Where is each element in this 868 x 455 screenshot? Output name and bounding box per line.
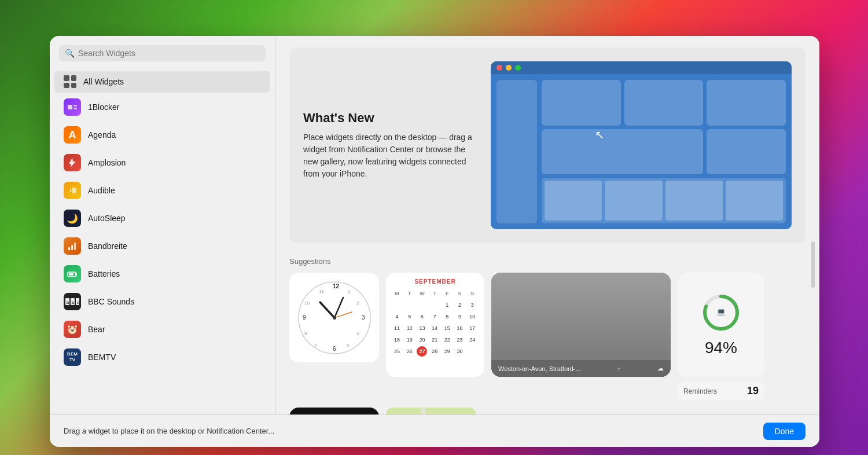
cal-day: 29 bbox=[442, 346, 453, 357]
calendar-widget[interactable]: SEPTEMBER M T W T F S S bbox=[386, 273, 484, 377]
cal-day: 19 bbox=[404, 335, 415, 345]
pwsub1 bbox=[545, 181, 602, 221]
cal-day: 17 bbox=[467, 323, 477, 333]
sidebar-label-agenda: Agenda bbox=[88, 130, 116, 140]
pw2 bbox=[624, 80, 704, 126]
search-input[interactable] bbox=[78, 49, 260, 58]
status-widgets-column: 💻 94% Reminders 19 bbox=[678, 273, 764, 401]
preview-window bbox=[491, 61, 792, 229]
sidebar-item-autosleep[interactable]: 🌙 AutoSleep bbox=[54, 205, 270, 232]
cal-day bbox=[392, 300, 402, 310]
search-container: 🔍 bbox=[50, 36, 275, 68]
pw6 bbox=[542, 178, 786, 223]
grid-cell bbox=[71, 83, 77, 89]
cal-header-S2: S bbox=[467, 288, 477, 299]
svg-text:B: B bbox=[67, 301, 69, 304]
weather-location-bar: Weston-on-Avon, Stratford-... ↑ ☁ bbox=[491, 360, 671, 377]
bandbreite-icon bbox=[64, 237, 81, 255]
cal-day: 11 bbox=[392, 323, 402, 333]
sidebar-item-bear[interactable]: Bear bbox=[54, 316, 270, 343]
svg-text:💻: 💻 bbox=[716, 307, 726, 317]
whats-new-title: What's New bbox=[303, 111, 472, 126]
sidebar-item-bbc[interactable]: B B C BBC Sounds bbox=[54, 288, 270, 315]
cal-day: 9 bbox=[455, 311, 465, 322]
search-box[interactable]: 🔍 bbox=[59, 45, 266, 61]
reminders-label: Reminders bbox=[683, 387, 717, 395]
cal-day: 28 bbox=[429, 346, 440, 357]
sidebar-item-audible[interactable]: Audible bbox=[54, 177, 270, 204]
svg-rect-5 bbox=[71, 245, 73, 250]
svg-text:2: 2 bbox=[356, 300, 359, 306]
clock-widget[interactable]: 12 3 6 9 11 1 2 4 5 7 8 10 bbox=[289, 273, 379, 362]
sidebar-label-autosleep: AutoSleep bbox=[88, 214, 126, 223]
svg-text:4: 4 bbox=[356, 331, 359, 336]
sidebar: 🔍 All Widgets bbox=[50, 36, 275, 414]
svg-text:6: 6 bbox=[333, 346, 336, 352]
weather-widget[interactable]: Weston-on-Avon, Stratford-... ↑ ☁ bbox=[491, 273, 671, 377]
sidebar-label-1blocker: 1Blocker bbox=[88, 102, 119, 112]
audible-icon bbox=[64, 182, 81, 199]
svg-rect-9 bbox=[69, 273, 73, 276]
pw4 bbox=[542, 129, 703, 175]
whats-new-card: What's New Place widgets directly on the… bbox=[289, 47, 806, 243]
pwsub4 bbox=[726, 181, 783, 221]
svg-rect-0 bbox=[68, 105, 72, 109]
reminders-widget[interactable]: Reminders 19 bbox=[678, 381, 764, 401]
svg-point-41 bbox=[333, 316, 336, 320]
cal-day: 8 bbox=[442, 311, 453, 322]
bottom-bar: Drag a widget to place it on the desktop… bbox=[50, 414, 819, 447]
pwsub2 bbox=[605, 181, 662, 221]
svg-text:10: 10 bbox=[304, 300, 310, 306]
done-button[interactable]: Done bbox=[763, 423, 806, 440]
svg-rect-2 bbox=[73, 108, 77, 109]
sidebar-item-all-widgets[interactable]: All Widgets bbox=[54, 71, 270, 93]
battery-ring-svg: 💻 bbox=[701, 292, 741, 333]
cal-day: 6 bbox=[417, 311, 427, 322]
sidebar-item-bemtv[interactable]: BEMTV BEMTV bbox=[54, 344, 270, 370]
svg-rect-1 bbox=[73, 105, 77, 107]
widget-gallery-panel: 🔍 All Widgets bbox=[50, 36, 819, 447]
cal-day: 3 bbox=[467, 300, 477, 310]
cal-day: 21 bbox=[429, 335, 440, 345]
weather-location-arrow: ↑ bbox=[617, 365, 621, 372]
whats-new-description: Place widgets directly on the desktop — … bbox=[303, 131, 472, 180]
map-svg: WESTON ROAD bbox=[386, 408, 476, 414]
stocks-widget[interactable]: ▲ GBP=X +0.09% USD/GBP +0.001 0.823 bbox=[289, 408, 379, 414]
svg-rect-4 bbox=[68, 247, 70, 250]
map-widget[interactable]: WESTON ROAD bbox=[386, 408, 476, 414]
battery-status-widget[interactable]: 💻 94% bbox=[678, 273, 764, 377]
suggestions-grid: 12 3 6 9 11 1 2 4 5 7 8 10 bbox=[289, 273, 806, 414]
sidebar-label-bbc: BBC Sounds bbox=[88, 297, 134, 306]
cal-day: 26 bbox=[404, 346, 415, 357]
sidebar-item-bandbreite[interactable]: Bandbreite bbox=[54, 233, 270, 259]
cal-day: 22 bbox=[442, 335, 453, 345]
sidebar-label-amplosion: Amplosion bbox=[88, 158, 126, 167]
sidebar-item-1blocker[interactable]: 1Blocker bbox=[54, 94, 270, 120]
cal-header-T: T bbox=[404, 288, 415, 299]
panel-content: 🔍 All Widgets bbox=[50, 36, 819, 414]
traffic-light-green bbox=[515, 65, 521, 71]
bottom-hint: Drag a widget to place it on the desktop… bbox=[64, 427, 274, 435]
grid-cell bbox=[64, 83, 69, 89]
cal-day: 30 bbox=[455, 346, 465, 357]
cal-day: 12 bbox=[404, 323, 415, 333]
svg-point-22 bbox=[73, 329, 75, 330]
scrollbar-thumb[interactable] bbox=[811, 241, 815, 288]
svg-text:7: 7 bbox=[314, 343, 317, 348]
whats-new-text: What's New Place widgets directly on the… bbox=[303, 111, 472, 180]
sidebar-item-agenda[interactable]: A Agenda bbox=[54, 122, 270, 148]
cal-day: 14 bbox=[429, 323, 440, 333]
cal-day: 18 bbox=[392, 335, 402, 345]
cal-day: 2 bbox=[455, 300, 465, 310]
svg-text:11: 11 bbox=[319, 289, 324, 294]
sidebar-item-batteries[interactable]: Batteries bbox=[54, 260, 270, 287]
bemtv-icon: BEMTV bbox=[64, 348, 81, 366]
cal-day-today: 27 bbox=[417, 346, 427, 357]
sidebar-label-audible: Audible bbox=[88, 186, 115, 195]
map-widget-column: WESTON ROAD bbox=[386, 408, 476, 414]
cal-day: 10 bbox=[467, 311, 477, 322]
autosleep-icon: 🌙 bbox=[64, 210, 81, 227]
svg-point-19 bbox=[68, 325, 70, 328]
sidebar-item-amplosion[interactable]: Amplosion bbox=[54, 149, 270, 176]
amplosion-icon bbox=[64, 154, 81, 171]
